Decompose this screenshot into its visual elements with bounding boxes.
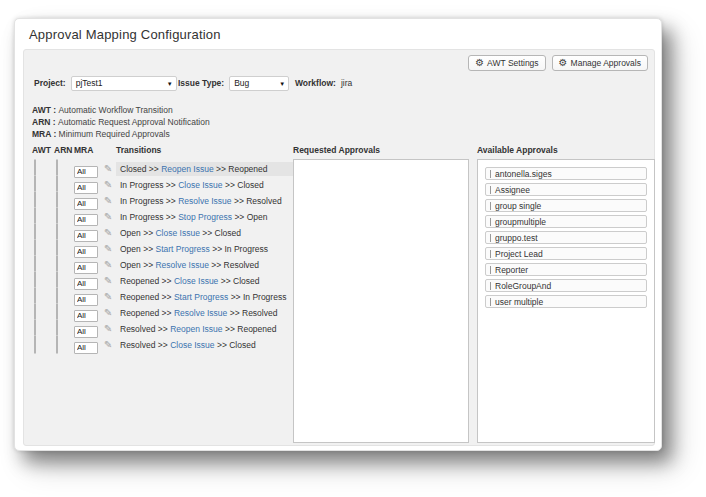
edit-pencil-icon[interactable]: ✎ <box>104 292 116 302</box>
transition-to-status: Closed <box>215 228 241 238</box>
edit-pencil-icon[interactable]: ✎ <box>104 340 116 350</box>
transition-separator: >> <box>202 228 212 238</box>
issue-type-select[interactable]: Bug ▼ <box>229 76 289 91</box>
transition-action-link[interactable]: Close Issue <box>170 340 214 350</box>
transition-separator: >> <box>217 340 227 350</box>
mra-column-header: MRA <box>74 145 102 155</box>
transition-cell: In Progress >> Stop Progress >> Open <box>116 210 302 224</box>
drag-grip-icon <box>490 218 491 226</box>
transition-separator: >> <box>230 308 240 318</box>
transition-cell: Resolved >> Close Issue >> Closed <box>116 338 302 352</box>
issue-type-select-value: Bug <box>234 78 249 88</box>
awt-checkbox[interactable] <box>34 335 36 354</box>
available-approval-item[interactable]: Reporter <box>485 263 647 276</box>
transition-action-link[interactable]: Resolve Issue <box>174 308 227 318</box>
available-approval-label: antonella.siges <box>495 169 552 179</box>
transition-action-link[interactable]: Stop Progress <box>178 212 232 222</box>
legend-line: AWT : Automatic Workflow Transition <box>32 104 210 116</box>
manage-approvals-label: Manage Approvals <box>571 58 641 68</box>
chevron-down-icon: ▼ <box>279 81 285 87</box>
available-approval-item[interactable]: groupmultiple <box>485 215 647 228</box>
transition-from-status: Closed <box>120 164 146 174</box>
chevron-down-icon: ▼ <box>167 81 173 87</box>
available-approval-label: user multiple <box>495 297 543 307</box>
config-panel: ⚙ AWT Settings ⚙ Manage Approvals Projec… <box>23 49 655 446</box>
available-approval-item[interactable]: group single <box>485 199 647 212</box>
edit-pencil-icon[interactable]: ✎ <box>104 324 116 334</box>
transition-cell: In Progress >> Resolve Issue >> Resolved <box>116 194 302 208</box>
transition-cell: Resolved >> Reopen Issue >> Reopened <box>116 322 302 336</box>
transition-action-link[interactable]: Start Progress <box>155 244 209 254</box>
workflow-value: jira <box>341 78 352 88</box>
transition-separator: >> <box>225 180 235 190</box>
transition-action-link[interactable]: Reopen Issue <box>161 164 213 174</box>
page-title: Approval Mapping Configuration <box>29 27 221 42</box>
transition-action-link[interactable]: Resolve Issue <box>178 196 231 206</box>
project-select[interactable]: pjTest1 ▼ <box>71 76 177 91</box>
transition-separator: >> <box>143 244 153 254</box>
transition-separator: >> <box>225 324 235 334</box>
transition-cell: In Progress >> Close Issue >> Closed <box>116 178 302 192</box>
issue-type-filter: Issue Type: Bug ▼ <box>178 75 289 91</box>
table-row: ✎ Resolved >> Close Issue >> Closed <box>32 336 302 352</box>
available-approval-item[interactable]: RoleGroupAnd <box>485 279 647 292</box>
available-approval-item[interactable]: Project Lead <box>485 247 647 260</box>
table-row: ✎ Reopened >> Resolve Issue >> Resolved <box>32 304 302 320</box>
edit-pencil-icon[interactable]: ✎ <box>104 308 116 318</box>
transition-separator: >> <box>166 212 176 222</box>
transition-to-status: Closed <box>233 276 259 286</box>
transition-from-status: Open <box>120 244 141 254</box>
transition-action-link[interactable]: Reopen Issue <box>170 324 222 334</box>
requested-approvals-panel[interactable] <box>293 159 469 443</box>
edit-pencil-icon[interactable]: ✎ <box>104 196 116 206</box>
transition-separator: >> <box>234 196 244 206</box>
transition-separator: >> <box>143 260 153 270</box>
transition-separator: >> <box>143 228 153 238</box>
table-row: ✎ Reopened >> Close Issue >> Closed <box>32 272 302 288</box>
filters-row: Project: pjTest1 ▼ Issue Type: Bug ▼ Wor… <box>24 75 654 91</box>
transition-action-link[interactable]: Resolve Issue <box>155 260 208 270</box>
project-select-value: pjTest1 <box>76 78 103 88</box>
available-approval-item[interactable]: antonella.siges <box>485 167 647 180</box>
edit-pencil-icon[interactable]: ✎ <box>104 180 116 190</box>
awt-settings-button[interactable]: ⚙ AWT Settings <box>468 55 545 71</box>
transition-separator: >> <box>234 212 244 222</box>
edit-pencil-icon[interactable]: ✎ <box>104 276 116 286</box>
manage-approvals-button[interactable]: ⚙ Manage Approvals <box>552 55 648 71</box>
table-row: ✎ Open >> Close Issue >> Closed <box>32 224 302 240</box>
transition-separator: >> <box>162 292 172 302</box>
available-approval-item[interactable]: Assignee <box>485 183 647 196</box>
available-approval-label: RoleGroupAnd <box>495 281 551 291</box>
awt-column-header: AWT <box>32 145 54 155</box>
transition-action-link[interactable]: Close Issue <box>174 276 218 286</box>
app-window: Approval Mapping Configuration ⚙ AWT Set… <box>14 18 662 451</box>
legend-line: MRA : Minimum Required Approvals <box>32 128 210 140</box>
table-row: ✎ In Progress >> Close Issue >> Closed <box>32 176 302 192</box>
transition-cell: Reopened >> Resolve Issue >> Resolved <box>116 306 302 320</box>
legend: AWT : Automatic Workflow TransitionARN :… <box>32 104 210 140</box>
transition-action-link[interactable]: Close Issue <box>155 228 199 238</box>
available-approval-item[interactable]: user multiple <box>485 295 647 308</box>
transition-action-link[interactable]: Close Issue <box>178 180 222 190</box>
edit-pencil-icon[interactable]: ✎ <box>104 164 116 174</box>
transition-cell: Reopened >> Start Progress >> In Progres… <box>116 290 302 304</box>
table-row: ✎ Open >> Resolve Issue >> Resolved <box>32 256 302 272</box>
available-approval-item[interactable]: gruppo.test <box>485 231 647 244</box>
transition-from-status: Resolved <box>120 340 155 350</box>
edit-pencil-icon[interactable]: ✎ <box>104 244 116 254</box>
table-row: ✎ Reopened >> Start Progress >> In Progr… <box>32 288 302 304</box>
mra-input[interactable] <box>74 342 98 354</box>
gear-icon: ⚙ <box>559 58 568 68</box>
edit-pencil-icon[interactable]: ✎ <box>104 228 116 238</box>
edit-pencil-icon[interactable]: ✎ <box>104 212 116 222</box>
transition-from-status: Open <box>120 228 141 238</box>
available-approval-label: Assignee <box>495 185 530 195</box>
table-row: ✎ In Progress >> Resolve Issue >> Resolv… <box>32 192 302 208</box>
transition-from-status: Open <box>120 260 141 270</box>
gear-icon: ⚙ <box>475 58 484 68</box>
transition-action-link[interactable]: Start Progress <box>174 292 228 302</box>
edit-pencil-icon[interactable]: ✎ <box>104 260 116 270</box>
drag-grip-icon <box>490 202 491 210</box>
transition-cell: Open >> Close Issue >> Closed <box>116 226 302 240</box>
arn-checkbox[interactable] <box>56 335 58 354</box>
